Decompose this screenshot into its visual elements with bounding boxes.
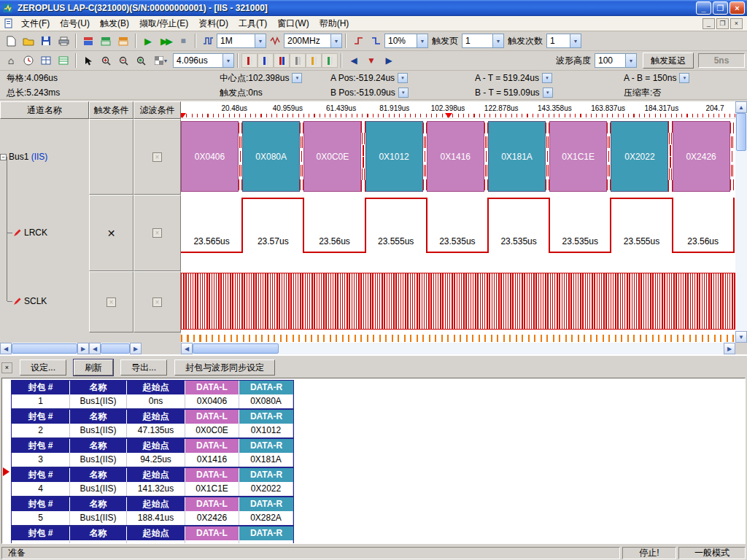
restore-button[interactable]: ❐	[713, 1, 728, 15]
menu-item-3[interactable]: 撷取/停止(E)	[134, 16, 193, 31]
bar-a-icon[interactable]	[241, 53, 258, 68]
bar-search-icon[interactable]	[322, 53, 338, 68]
trigger-condition-header[interactable]: 触发条件	[89, 101, 133, 119]
packet-settings-button[interactable]: 设定...	[20, 359, 66, 376]
trigger-page-select[interactable]: 1 ▼	[462, 34, 504, 48]
chevron-down-icon[interactable]: ▼	[542, 73, 552, 83]
scroll-up-icon[interactable]: ▲	[735, 101, 747, 113]
stop-acquisition-button[interactable]: ■	[174, 33, 192, 49]
scroll-left-icon[interactable]: ◀	[89, 343, 101, 354]
sample-rate-select[interactable]: 200MHz ▼	[284, 34, 342, 48]
minimize-button[interactable]: _	[696, 1, 711, 15]
save-button[interactable]	[37, 33, 55, 49]
scroll-right-icon[interactable]: ▶	[724, 343, 735, 354]
falling-edge-button[interactable]	[367, 33, 384, 49]
packet-group[interactable]: 封包 #名称起始点DATA-LDATA-R5Bus1(IIS)188.41us0…	[11, 497, 294, 526]
trigger-cell-sclk[interactable]: ×	[89, 271, 133, 332]
open-file-button[interactable]	[20, 33, 37, 49]
zoom-out-button[interactable]	[115, 52, 132, 69]
menu-item-5[interactable]: 工具(T)	[233, 16, 272, 31]
chevron-down-icon[interactable]: ▼	[679, 73, 689, 83]
bar-add-icon[interactable]	[274, 53, 290, 68]
chevron-down-icon[interactable]: ▼	[292, 73, 302, 83]
sample-rate-button[interactable]	[266, 33, 284, 49]
chevron-down-icon[interactable]: ▼	[570, 34, 581, 47]
filter-cell-lrck[interactable]: ×	[133, 195, 181, 271]
bus1-waveform-lane[interactable]: 0X04060X080A0X0C0E0X10120X14160X181A0X1C…	[181, 119, 735, 195]
center-marker-icon[interactable]	[445, 113, 452, 118]
menu-item-4[interactable]: 资料(D)	[193, 16, 233, 31]
mdi-close-icon[interactable]: ×	[730, 18, 743, 29]
packet-group[interactable]: 封包 #名称起始点DATA-LDATA-R1Bus1(IIS)0ns0X0406…	[11, 380, 294, 409]
select-cursor-button[interactable]	[80, 52, 97, 69]
scrollbar-thumb[interactable]	[101, 343, 130, 354]
chevron-down-icon[interactable]: ▼	[543, 88, 553, 98]
packet-refresh-button[interactable]: 刷新	[74, 359, 113, 376]
bus-setup-button[interactable]	[80, 33, 97, 49]
chevron-down-icon[interactable]: ▼	[492, 34, 503, 47]
menu-item-1[interactable]: 信号(U)	[55, 16, 95, 31]
filter-cell-bus1[interactable]: ×	[133, 119, 181, 195]
grid-view-button[interactable]	[37, 52, 55, 69]
zoom-fit-button[interactable]	[132, 52, 150, 69]
chevron-down-icon[interactable]: ▼	[398, 73, 408, 83]
channel-row-bus1[interactable]: − Bus1 (IIS)	[0, 151, 89, 163]
analyzer-setup-button[interactable]	[115, 33, 132, 49]
zoom-scale-select[interactable]: 4.096us ▼	[173, 53, 234, 68]
lrck-waveform-lane[interactable]: 23.565us23.57us23.56us23.555us23.535us23…	[181, 195, 735, 271]
scroll-down-icon[interactable]: ▼	[735, 331, 747, 343]
chevron-down-icon[interactable]: ▼	[222, 54, 233, 67]
packet-group[interactable]: 封包 #名称起始点DATA-LDATA-R4Bus1(IIS)141.32us0…	[11, 467, 294, 497]
chevron-down-icon[interactable]: ▼	[255, 34, 266, 47]
new-file-button[interactable]	[2, 33, 20, 49]
trigger-delay-button[interactable]: 触发延迟	[643, 52, 694, 69]
single-acquisition-button[interactable]: ▶	[139, 33, 157, 49]
time-ruler[interactable]: 20.48us40.959us61.439us81.919us102.398us…	[181, 101, 735, 119]
waveform-vscrollbar[interactable]: ▲ ▼	[735, 101, 747, 343]
goto-next-button[interactable]: ▶	[380, 52, 398, 69]
scroll-left-icon[interactable]: ◀	[0, 343, 12, 354]
goto-trigger-button[interactable]: ▼	[363, 52, 380, 69]
scrollbar-thumb[interactable]	[12, 343, 77, 354]
scrollbar-thumb[interactable]	[736, 113, 746, 151]
memory-depth-select[interactable]: 1M ▼	[217, 34, 266, 48]
bar-b-icon[interactable]	[258, 53, 274, 68]
chevron-down-icon[interactable]: ▼	[330, 34, 341, 47]
waveform-hscrollbar[interactable]: ◀ ▶	[181, 343, 735, 354]
scroll-right-icon[interactable]: ▶	[130, 343, 142, 354]
menu-item-0[interactable]: 文件(F)	[16, 16, 55, 31]
repeat-acquisition-button[interactable]: ▶▶	[157, 33, 174, 49]
zoom-in-button[interactable]	[97, 52, 115, 69]
chevron-down-icon[interactable]: ▼	[398, 88, 409, 98]
memory-depth-button[interactable]	[199, 33, 217, 49]
trigger-marker-icon[interactable]	[181, 113, 186, 118]
panel-close-icon[interactable]: ×	[1, 362, 12, 373]
mdi-minimize-icon[interactable]: _	[703, 18, 715, 29]
filter-condition-header[interactable]: 滤波条件	[133, 101, 181, 119]
sclk-waveform-lane[interactable]	[181, 271, 735, 332]
scroll-right-icon[interactable]: ▶	[77, 343, 89, 354]
list-view-button[interactable]	[55, 52, 72, 69]
mdi-restore-icon[interactable]: ❐	[716, 18, 729, 29]
chevron-down-icon[interactable]: ▼	[625, 54, 636, 67]
packet-export-button[interactable]: 导出...	[120, 359, 167, 376]
chevron-down-icon[interactable]: ▼	[417, 34, 427, 47]
close-button[interactable]: ×	[729, 1, 745, 15]
scrollbar-thumb[interactable]	[193, 343, 279, 354]
goto-previous-button[interactable]: ◀	[345, 52, 363, 69]
channel-row-sclk[interactable]: SCLK	[0, 295, 89, 307]
menu-item-7[interactable]: 帮助(H)	[314, 16, 355, 31]
display-format-button[interactable]: ▼	[150, 52, 173, 69]
time-measure-button[interactable]	[20, 52, 37, 69]
packet-sync-button[interactable]: 封包与波形同步设定	[174, 359, 275, 376]
menu-item-2[interactable]: 触发(B)	[95, 16, 134, 31]
tree-collapse-icon[interactable]: −	[0, 154, 7, 160]
condition-panel-hscrollbar[interactable]: ◀ ▶	[89, 343, 181, 354]
wave-height-select[interactable]: 100 ▼	[595, 53, 637, 68]
channel-name-header[interactable]: 通道名称	[0, 101, 89, 119]
bar-delete-icon[interactable]	[290, 53, 306, 68]
scroll-left-icon[interactable]: ◀	[181, 343, 193, 354]
trigger-count-select[interactable]: 1 ▼	[546, 34, 581, 48]
bar-flag-icon[interactable]	[306, 53, 322, 68]
channel-panel-hscrollbar[interactable]: ◀ ▶	[0, 343, 89, 354]
